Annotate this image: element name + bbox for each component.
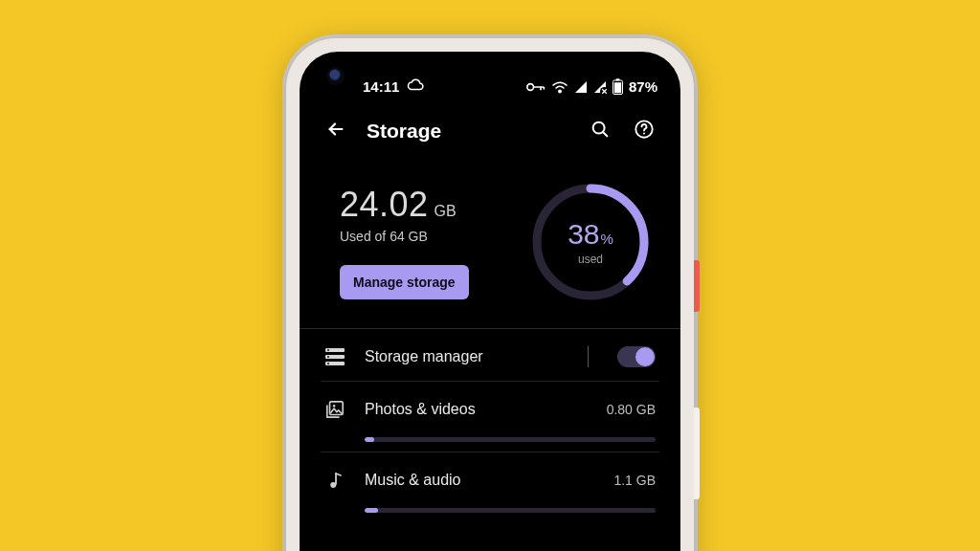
- row-label: Storage manager: [365, 348, 483, 365]
- search-button[interactable]: [587, 118, 613, 144]
- battery-icon: [612, 78, 623, 95]
- svg-point-8: [643, 133, 645, 135]
- row-label: Music & audio: [365, 472, 461, 489]
- clock: 14:11: [363, 78, 399, 95]
- row-value: 0.80 GB: [607, 402, 656, 417]
- phone-device-frame: 14:11: [286, 38, 694, 551]
- search-icon: [590, 119, 611, 143]
- svg-point-0: [527, 83, 534, 90]
- device-power-button: [694, 260, 700, 312]
- row-photos-videos[interactable]: Photos & videos 0.80 GB: [321, 382, 659, 430]
- used-value: 24.02: [340, 185, 429, 225]
- svg-point-1: [559, 90, 561, 92]
- ring-percent: 38: [568, 218, 599, 251]
- category-list: Storage manager Photos & videos 0.: [300, 329, 680, 513]
- signal-sim2-icon: [593, 80, 607, 94]
- svg-point-14: [327, 349, 329, 351]
- used-amount: 24.02 GB: [340, 185, 457, 225]
- front-camera: [328, 69, 343, 83]
- wifi-icon: [551, 80, 568, 94]
- music-usage-bar: [365, 508, 656, 513]
- svg-point-19: [330, 482, 336, 488]
- photos-icon: [324, 399, 345, 420]
- vertical-separator: [588, 346, 589, 367]
- music-icon: [324, 470, 345, 491]
- help-icon: [634, 119, 655, 143]
- svg-point-15: [327, 356, 329, 358]
- ring-percent-sign: %: [601, 231, 613, 247]
- status-bar-right: 87%: [526, 78, 657, 95]
- status-bar: 14:11: [300, 52, 680, 104]
- ring-sub-label: used: [578, 253, 603, 266]
- back-button[interactable]: [323, 118, 349, 144]
- vpn-key-icon: [526, 80, 546, 94]
- phone-screen: 14:11: [300, 52, 680, 551]
- row-music-audio[interactable]: Music & audio 1.1 GB: [321, 452, 659, 500]
- row-value: 1.1 GB: [613, 473, 656, 488]
- cloud-backup-icon: [407, 77, 424, 97]
- svg-rect-5: [614, 82, 621, 93]
- storage-summary: 24.02 GB Used of 64 GB Manage storage 38…: [300, 154, 680, 328]
- row-storage-manager[interactable]: Storage manager: [321, 329, 659, 377]
- used-unit: GB: [434, 203, 457, 220]
- help-button[interactable]: [631, 118, 657, 144]
- app-bar: Storage: [300, 104, 680, 154]
- used-subtext: Used of 64 GB: [340, 229, 428, 244]
- arrow-left-icon: [325, 119, 346, 143]
- storage-manager-toggle[interactable]: [617, 346, 656, 367]
- svg-point-18: [333, 405, 336, 408]
- row-label: Photos & videos: [365, 401, 476, 418]
- status-bar-left: 14:11: [363, 77, 424, 97]
- usage-ring: 38 % used: [529, 181, 652, 303]
- storage-manager-icon: [324, 346, 345, 367]
- battery-percentage: 87%: [629, 78, 657, 95]
- svg-point-16: [327, 363, 329, 364]
- manage-storage-button[interactable]: Manage storage: [340, 265, 469, 299]
- photos-usage-bar: [365, 437, 656, 442]
- device-volume-button: [694, 408, 700, 499]
- svg-rect-4: [615, 78, 619, 80]
- page-title: Storage: [367, 120, 441, 143]
- signal-sim1-icon: [574, 80, 588, 94]
